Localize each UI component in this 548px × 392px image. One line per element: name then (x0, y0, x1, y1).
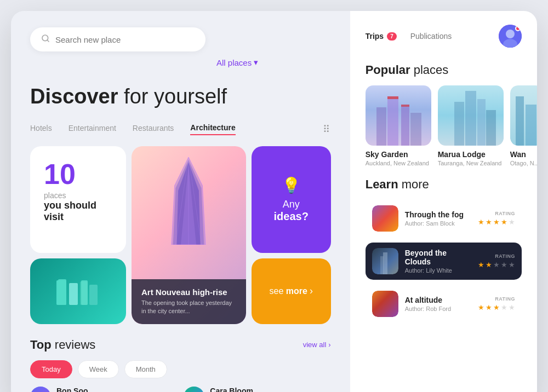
places-should-visit: you should visit (44, 200, 112, 223)
svg-rect-10 (58, 279, 66, 305)
building-overlay: Art Nouveau high-rise The opening took p… (132, 279, 246, 324)
reviews-list: Bon Soo Found the right building with ea… (30, 387, 331, 392)
place-image (438, 85, 504, 146)
learn-rating: RATING ★ ★ ★ ★ ★ (478, 253, 515, 269)
learn-item-highlighted[interactable]: Beyond the Clouds Author: Lily White RAT… (366, 243, 522, 280)
place-location: Otago, N... (510, 160, 537, 166)
svg-rect-21 (410, 113, 421, 146)
nav-publications[interactable]: Publications (410, 32, 452, 41)
building-illustration (164, 157, 213, 245)
learn-author: Author: Sam Block (405, 220, 471, 227)
card-places: 10 places you should visit (30, 146, 126, 253)
search-icon (41, 34, 50, 45)
tab-entertainment[interactable]: Entertainment (68, 124, 116, 135)
place-location: Auckland, New Zealand (366, 160, 431, 166)
svg-rect-28 (516, 96, 524, 146)
card-ideas[interactable]: 💡 Any ideas? (252, 146, 331, 253)
filter-week[interactable]: Week (78, 360, 119, 378)
trips-badge: 7 (387, 32, 397, 41)
tab-architecture[interactable]: Architecture (190, 123, 235, 135)
popular-places-list: Sky Garden Auckland, New Zealand (366, 85, 522, 166)
learn-more-list: Through the fog Author: Sam Block RATING… (366, 200, 522, 322)
svg-rect-18 (387, 96, 398, 146)
category-tabs: Hotels Entertainment Restaurants Archite… (30, 123, 331, 135)
review-item: Cara Bloom I was here for the first time… (184, 387, 330, 392)
learn-more-section: Learn more Through the fog Author: Sam B… (366, 177, 522, 322)
learn-author: Author: Rob Ford (405, 305, 471, 312)
svg-point-16 (506, 30, 515, 38)
see-more-text: see more (270, 286, 307, 296)
reviewer-name: Cara Bloom (210, 387, 330, 392)
ideas-text: ideas? (274, 210, 309, 223)
svg-rect-30 (383, 252, 387, 274)
learn-thumb (372, 205, 398, 232)
learn-more-title: Learn more (366, 177, 522, 192)
learn-item[interactable]: At altitude Author: Rob Ford RATING ★ ★ … (366, 285, 522, 322)
bulb-icon: 💡 (282, 176, 301, 194)
place-card-wan[interactable]: Wan Otago, N... (510, 85, 537, 166)
learn-rating: RATING ★ ★ ★ ★ ★ (478, 211, 515, 226)
filter-month[interactable]: Month (124, 360, 167, 378)
hero-title: Discover for yourself (30, 84, 331, 109)
avatar (30, 387, 51, 392)
clouds-building-small (372, 248, 398, 274)
svg-line-1 (47, 40, 49, 42)
svg-rect-14 (89, 285, 98, 305)
view-all-button[interactable]: view all › (303, 341, 331, 349)
svg-rect-25 (454, 102, 464, 146)
marua-building (438, 85, 504, 146)
user-avatar[interactable] (499, 25, 522, 48)
places-subtitle: places (44, 191, 112, 200)
svg-rect-23 (401, 105, 409, 107)
nav-trips[interactable]: Trips 7 (366, 32, 397, 41)
place-card-sky-garden[interactable]: Sky Garden Auckland, New Zealand (366, 85, 431, 166)
svg-rect-13 (81, 280, 88, 305)
popular-section: Popular places (366, 63, 522, 166)
right-nav: Trips 7 Publications (366, 32, 452, 41)
svg-rect-26 (477, 99, 486, 146)
tab-restaurants[interactable]: Restaurants (133, 124, 174, 135)
all-places-button[interactable]: All places ▾ (216, 57, 258, 67)
review-filter-tabs: Today Week Month (30, 360, 331, 378)
place-card-marua-lodge[interactable]: Marua Lodge Tauranga, New Zealand (438, 85, 504, 166)
building-desc: The opening took place yesterday in the … (141, 299, 236, 316)
filter-today[interactable]: Today (30, 360, 72, 378)
learn-title: Through the fog (405, 210, 471, 219)
svg-rect-24 (465, 91, 476, 146)
place-name: Wan (510, 150, 537, 159)
learn-title: At altitude (405, 296, 471, 304)
tab-hotels[interactable]: Hotels (30, 124, 52, 135)
svg-rect-31 (380, 256, 384, 274)
card-building: Art Nouveau high-rise The opening took p… (132, 146, 246, 324)
svg-rect-27 (486, 110, 496, 146)
svg-rect-11 (69, 283, 78, 305)
reviews-header: Top reviews view all › (30, 338, 331, 352)
avatar (184, 387, 204, 392)
grid-icon[interactable]: ⠿ (323, 123, 331, 135)
right-header: Trips 7 Publications (366, 25, 522, 48)
search-row: All places ▾ (30, 27, 331, 68)
reviewer-name: Bon Soo (56, 387, 177, 392)
learn-author: Author: Lily White (405, 267, 471, 274)
svg-rect-29 (526, 105, 536, 146)
svg-rect-19 (401, 105, 409, 146)
left-panel: All places ▾ Discover for yourself Hotel… (11, 11, 350, 392)
right-panel: Trips 7 Publications Popular pla (350, 11, 537, 392)
card-see-more[interactable]: see more › (252, 258, 331, 324)
review-item: Bon Soo Found the right building with ea… (30, 387, 177, 392)
see-more-arrow: › (310, 285, 313, 297)
learn-thumb (372, 291, 398, 317)
learn-item[interactable]: Through the fog Author: Sam Block RATING… (366, 200, 522, 237)
places-number: 10 (44, 160, 112, 188)
wan-building (510, 85, 537, 146)
search-input[interactable] (55, 35, 195, 44)
svg-rect-20 (376, 107, 386, 146)
popular-title: Popular places (366, 63, 522, 77)
cards-grid: 10 places you should visit Art Nouveau (30, 146, 331, 324)
app-container: All places ▾ Discover for yourself Hotel… (11, 11, 537, 392)
notification-dot (515, 26, 521, 31)
sky-garden-building (366, 85, 431, 146)
search-bar[interactable] (30, 27, 206, 51)
place-image (366, 85, 431, 146)
svg-rect-22 (387, 96, 398, 99)
